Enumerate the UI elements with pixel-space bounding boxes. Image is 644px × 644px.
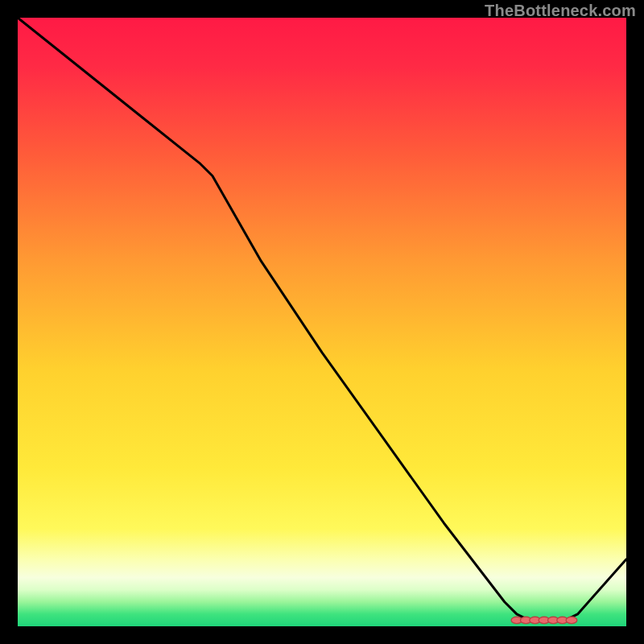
marker-point: [566, 617, 577, 623]
data-line-layer: [18, 18, 626, 626]
marker-group: [511, 617, 577, 623]
data-line: [18, 18, 626, 620]
chart-stage: TheBottleneck.com: [0, 0, 644, 644]
plot-area: [18, 18, 626, 626]
